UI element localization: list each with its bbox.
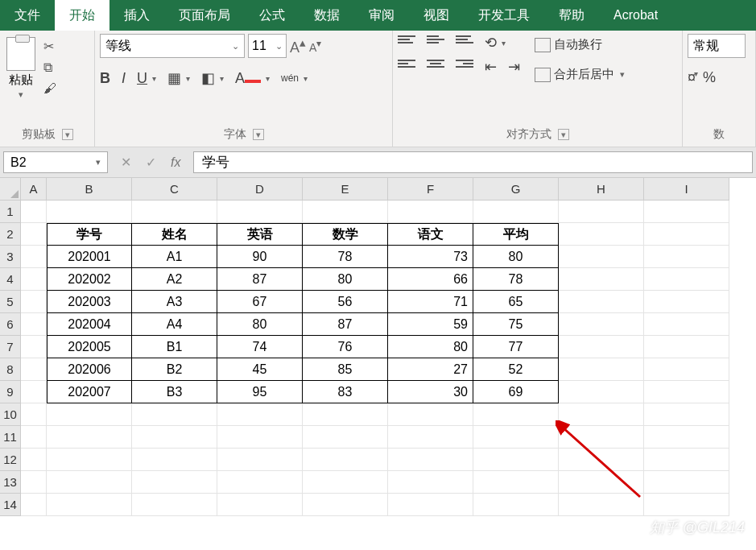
cell-B11[interactable] [47, 426, 132, 449]
cell-I5[interactable] [644, 291, 729, 313]
cell-G13[interactable] [473, 471, 559, 494]
merge-center-button[interactable]: 合并后居中▾ [533, 64, 626, 85]
cell-C9[interactable]: B3 [132, 381, 217, 403]
paste-button-label[interactable]: 粘贴 [9, 72, 33, 88]
cell-A8[interactable] [21, 358, 47, 381]
cell-B2[interactable]: 学号 [47, 223, 132, 246]
cell-E1[interactable] [303, 201, 388, 223]
cell-E10[interactable] [303, 403, 388, 426]
col-header-D[interactable]: D [217, 178, 303, 201]
row-header-1[interactable]: 1 [0, 201, 21, 223]
cell-I9[interactable] [644, 381, 729, 403]
align-middle-icon[interactable] [427, 35, 444, 50]
cell-H3[interactable] [559, 246, 644, 268]
cell-C5[interactable]: A3 [132, 291, 217, 313]
col-header-I[interactable]: I [644, 178, 729, 201]
cell-B10[interactable] [47, 403, 132, 426]
cell-F2[interactable]: 语文 [388, 223, 473, 246]
increase-indent-icon[interactable]: ⇥ [508, 58, 520, 76]
align-right-icon[interactable] [456, 60, 473, 74]
enter-icon[interactable]: ✓ [146, 155, 156, 170]
chevron-down-icon[interactable]: ▾ [19, 89, 23, 100]
cell-I4[interactable] [644, 268, 729, 291]
cell-H6[interactable] [559, 313, 644, 336]
cell-F5[interactable]: 71 [388, 291, 473, 313]
cell-G11[interactable] [473, 426, 559, 449]
cell-A7[interactable] [21, 336, 47, 358]
cell-G7[interactable]: 77 [473, 336, 559, 358]
col-header-H[interactable]: H [559, 178, 644, 201]
cell-G1[interactable] [473, 201, 559, 223]
clipboard-icon[interactable] [6, 37, 35, 71]
cell-I2[interactable] [644, 223, 729, 246]
cell-F8[interactable]: 27 [388, 358, 473, 381]
cell-I1[interactable] [644, 201, 729, 223]
cell-A3[interactable] [21, 246, 47, 268]
row-header-3[interactable]: 3 [0, 246, 21, 268]
cell-D7[interactable]: 74 [217, 336, 303, 358]
cut-icon[interactable]: ✂ [43, 39, 56, 54]
dialog-launcher-icon[interactable]: ▾ [62, 129, 73, 140]
cell-B12[interactable] [47, 449, 132, 471]
cell-F6[interactable]: 59 [388, 313, 473, 336]
cell-D1[interactable] [217, 201, 303, 223]
cell-B3[interactable]: 202001 [47, 246, 132, 268]
cell-F9[interactable]: 30 [388, 381, 473, 403]
cell-A1[interactable] [21, 201, 47, 223]
cell-F12[interactable] [388, 449, 473, 471]
cell-G14[interactable] [473, 494, 559, 516]
cell-G4[interactable]: 78 [473, 268, 559, 291]
cell-D13[interactable] [217, 471, 303, 494]
cell-G8[interactable]: 52 [473, 358, 559, 381]
cell-E11[interactable] [303, 426, 388, 449]
format-painter-icon[interactable]: 🖌 [43, 81, 56, 96]
col-header-B[interactable]: B [47, 178, 132, 201]
bold-button[interactable]: B [100, 70, 110, 87]
name-box[interactable]: B2▾ [3, 151, 108, 173]
row-header-10[interactable]: 10 [0, 403, 21, 426]
ribbon-tab-3[interactable]: 页面布局 [164, 0, 245, 31]
cell-H9[interactable] [559, 381, 644, 403]
fill-color-button[interactable]: ◧ [201, 69, 215, 87]
ribbon-tab-10[interactable]: Acrobat [599, 0, 672, 31]
cell-H2[interactable] [559, 223, 644, 246]
cell-C10[interactable] [132, 403, 217, 426]
cell-E2[interactable]: 数学 [303, 223, 388, 246]
cell-C3[interactable]: A1 [132, 246, 217, 268]
cell-I6[interactable] [644, 313, 729, 336]
cell-E7[interactable]: 76 [303, 336, 388, 358]
cell-D12[interactable] [217, 449, 303, 471]
cell-C14[interactable] [132, 494, 217, 516]
select-all-corner[interactable] [0, 178, 21, 201]
cancel-icon[interactable]: ✕ [121, 155, 131, 170]
ribbon-tab-8[interactable]: 开发工具 [464, 0, 544, 31]
cell-E13[interactable] [303, 471, 388, 494]
cell-B13[interactable] [47, 471, 132, 494]
cell-F3[interactable]: 73 [388, 246, 473, 268]
ribbon-tab-0[interactable]: 文件 [0, 0, 55, 31]
cell-C11[interactable] [132, 426, 217, 449]
cell-B6[interactable]: 202004 [47, 313, 132, 336]
ribbon-tab-1[interactable]: 开始 [55, 0, 109, 31]
cell-F11[interactable] [388, 426, 473, 449]
ribbon-tab-4[interactable]: 公式 [245, 0, 300, 31]
cell-G9[interactable]: 69 [473, 381, 559, 403]
phonetic-button[interactable]: wén [281, 72, 299, 84]
cell-I3[interactable] [644, 246, 729, 268]
cell-A11[interactable] [21, 426, 47, 449]
cell-D8[interactable]: 45 [217, 358, 303, 381]
cell-F14[interactable] [388, 494, 473, 516]
cell-F1[interactable] [388, 201, 473, 223]
ribbon-tab-2[interactable]: 插入 [109, 0, 164, 31]
cell-G2[interactable]: 平均 [473, 223, 559, 246]
cell-D14[interactable] [217, 494, 303, 516]
cell-A5[interactable] [21, 291, 47, 313]
cell-C8[interactable]: B2 [132, 358, 217, 381]
number-format-select[interactable]: 常规 [688, 34, 746, 58]
cell-F7[interactable]: 80 [388, 336, 473, 358]
cell-G3[interactable]: 80 [473, 246, 559, 268]
cell-G5[interactable]: 65 [473, 291, 559, 313]
cell-C6[interactable]: A4 [132, 313, 217, 336]
col-header-C[interactable]: C [132, 178, 217, 201]
cell-H11[interactable] [559, 426, 644, 449]
